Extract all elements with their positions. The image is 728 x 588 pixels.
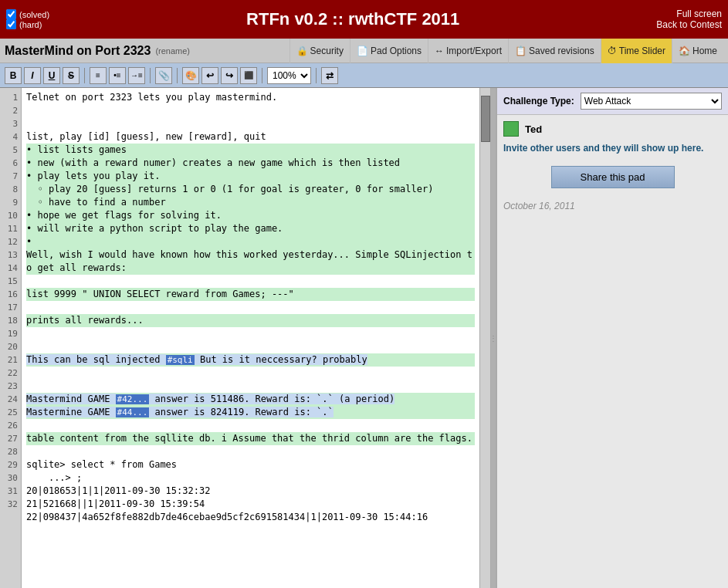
scrollbar-thumb[interactable]	[481, 96, 490, 142]
clear-button[interactable]: ⬛	[240, 67, 257, 84]
line-number: 17	[0, 301, 21, 314]
tag-sqli: #sqli	[166, 355, 195, 365]
toolbar-sep-3	[177, 68, 178, 83]
line-number: 29	[0, 458, 21, 471]
palette-button[interactable]: 🎨	[182, 67, 199, 84]
editor-panel: 1234567891011121314151617181920212223242…	[0, 88, 490, 588]
code-line: prints all rewards...	[26, 314, 475, 327]
code-line: ◦ have to find a number	[26, 196, 475, 209]
line-number: 19	[0, 327, 21, 340]
line-number: 30	[0, 471, 21, 485]
line-number: 27	[0, 432, 21, 445]
challenge-type-label: Challenge Type:	[503, 96, 574, 106]
code-line: • play lets you play it.	[26, 170, 475, 183]
invite-keyword: Invite	[503, 143, 527, 154]
menu-time-slider[interactable]: ⏱ Time Slider	[601, 39, 672, 63]
pad-rename[interactable]: (rename)	[155, 46, 190, 56]
code-line	[26, 301, 475, 314]
menu-saved-revisions[interactable]: 📋 Saved revisions	[508, 39, 601, 63]
fullscreen-link[interactable]: Full screen	[676, 8, 722, 19]
top-bar-actions: Full screen Back to Contest	[656, 8, 722, 30]
invite-message: other users and they will show up here.	[530, 143, 704, 154]
undo-icon: ↩	[206, 70, 214, 81]
code-line	[26, 419, 475, 432]
line-number: 22	[0, 367, 21, 380]
page-icon: 📄	[357, 46, 368, 56]
resize-handle[interactable]: ⋮	[490, 88, 496, 588]
code-line: table content from the sqllite db. i Ass…	[26, 432, 475, 445]
code-line	[26, 380, 475, 393]
line-numbers: 1234567891011121314151617181920212223242…	[0, 88, 22, 588]
underline-button[interactable]: U	[43, 67, 60, 84]
unordered-list-icon: •≡	[113, 71, 120, 79]
code-line	[26, 275, 475, 288]
indent-button[interactable]: →≡	[128, 67, 145, 84]
strikethrough-button[interactable]: S	[63, 67, 80, 84]
tag-42: #42...	[116, 394, 150, 404]
swap-icon: ⇄	[326, 70, 334, 81]
code-line: • hope we get flags for solving it.	[26, 209, 475, 222]
line-number: 7	[0, 170, 21, 183]
toolbar-sep-1	[84, 68, 85, 83]
share-button[interactable]: Share this pad	[551, 166, 675, 188]
line-number: 32	[0, 498, 21, 511]
redo-button[interactable]: ↪	[221, 67, 238, 84]
code-line: Mastermind GAME #42... answer is 511486.…	[26, 393, 475, 406]
menu-home[interactable]: 🏠 Home	[672, 39, 723, 63]
code-line: ...> ;	[26, 471, 475, 485]
solved-label: (solved)	[6, 9, 49, 19]
code-line: • will write a python script to play the…	[26, 222, 475, 235]
user-area: Ted	[497, 115, 728, 143]
challenge-type-row: Challenge Type: Web Attack Binary Crypto…	[497, 88, 728, 115]
import-export-icon: ↔	[435, 46, 444, 56]
code-line: • list lists games	[26, 144, 475, 157]
code-line	[26, 327, 475, 340]
indent-icon: →≡	[130, 71, 143, 79]
main-area: 1234567891011121314151617181920212223242…	[0, 88, 728, 588]
menu-security[interactable]: 🔒 Security	[290, 39, 350, 63]
attachment-button[interactable]: 📎	[155, 67, 172, 84]
top-bar-flags: (solved) (hard)	[6, 9, 49, 29]
editor-content[interactable]: Telnet on port 2323 lets you play master…	[22, 88, 479, 588]
unordered-list-button[interactable]: •≡	[109, 67, 126, 84]
code-line	[26, 117, 475, 130]
line-number: 28	[0, 445, 21, 458]
code-line: •	[26, 235, 475, 248]
swap-button[interactable]: ⇄	[321, 67, 338, 84]
editor-scrollbar[interactable]	[479, 88, 490, 588]
paperclip-icon: 📎	[158, 70, 170, 81]
line-number: 6	[0, 157, 21, 170]
line-number: 8	[0, 183, 21, 196]
ordered-list-button[interactable]: ≡	[90, 67, 107, 84]
code-line	[26, 445, 475, 458]
solved-checkbox[interactable]	[6, 9, 16, 19]
code-line	[26, 104, 475, 117]
home-icon: 🏠	[679, 46, 690, 56]
hard-checkbox[interactable]	[6, 19, 16, 29]
pad-bar: MasterMind on Port 2323 (rename) 🔒 Secur…	[0, 39, 728, 63]
menu-pad-options[interactable]: 📄 Pad Options	[350, 39, 428, 63]
line-number: 24	[0, 393, 21, 406]
ordered-list-icon: ≡	[96, 71, 100, 79]
challenge-type-select[interactable]: Web Attack Binary Crypto Forensics Netwo…	[581, 93, 722, 110]
zoom-select[interactable]: 100% 75% 125% 150%	[267, 67, 311, 84]
line-number: 21	[0, 353, 21, 367]
lock-icon: 🔒	[296, 46, 308, 56]
code-line	[26, 367, 475, 380]
back-to-contest-link[interactable]: Back to Contest	[656, 19, 722, 30]
menu-import-export[interactable]: ↔ Import/Export	[428, 39, 508, 63]
user-avatar	[503, 121, 519, 137]
clock-icon: ⏱	[608, 46, 617, 56]
bold-button[interactable]: B	[5, 67, 22, 84]
line-number: 13	[0, 248, 21, 262]
date-text: October 16, 2011	[497, 194, 728, 218]
code-line: 21|521668||1|2011-09-30 15:39:54	[26, 498, 475, 511]
toolbar: B I U S ≡ •≡ →≡ 📎 🎨 ↩ ↪ ⬛ 100% 75% 125% …	[0, 63, 728, 88]
right-panel: Challenge Type: Web Attack Binary Crypto…	[496, 88, 728, 588]
line-number: 5	[0, 144, 21, 157]
undo-button[interactable]: ↩	[201, 67, 218, 84]
line-number: 11	[0, 222, 21, 235]
code-line: 20|018653|1|1|2011-09-30 15:32:32	[26, 485, 475, 498]
line-number: 10	[0, 209, 21, 222]
italic-button[interactable]: I	[24, 67, 41, 84]
